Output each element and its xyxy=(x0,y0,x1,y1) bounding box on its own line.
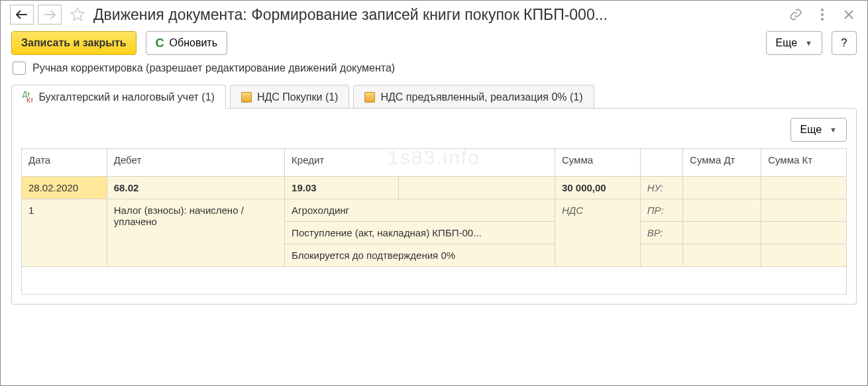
postings-table: Дата Дебет Кредит Сумма Сумма Дт Сумма К… xyxy=(21,148,847,295)
tab-vat-purchases-label: НДС Покупки (1) xyxy=(257,91,339,103)
tab-vat-presented[interactable]: НДС предъявленный, реализация 0% (1) xyxy=(353,85,594,109)
dtkt-icon: ДтКт xyxy=(23,91,33,103)
tab-accounting-label: Бухгалтерский и налоговый учет (1) xyxy=(38,91,214,103)
kebab-menu-icon[interactable] xyxy=(816,8,829,21)
cell-sum-kt xyxy=(761,177,847,199)
more-button[interactable]: Еще ▼ xyxy=(766,31,822,55)
cell-credit2 xyxy=(398,177,555,199)
table-header-row: Дата Дебет Кредит Сумма Сумма Дт Сумма К… xyxy=(22,149,847,177)
cell-sum-kt xyxy=(761,244,847,267)
table-row[interactable]: 28.02.2020 68.02 19.03 30 000,00 НУ: xyxy=(22,177,847,199)
chevron-down-icon: ▼ xyxy=(830,126,837,134)
more-label: Еще xyxy=(776,37,798,49)
window-title: Движения документа: Формирование записей… xyxy=(93,6,785,24)
svg-point-2 xyxy=(821,18,824,21)
help-label: ? xyxy=(841,37,847,49)
book-icon xyxy=(364,92,375,103)
arrow-left-icon xyxy=(16,10,28,19)
cell-tag xyxy=(640,244,682,267)
titlebar-actions xyxy=(789,8,859,21)
panel-toolbar: Еще ▼ xyxy=(21,118,847,142)
arrow-right-icon xyxy=(44,10,56,19)
nav-back-button[interactable] xyxy=(10,5,34,24)
content-panel: 1s83.info Еще ▼ Дата Дебет Кредит Сумма xyxy=(11,108,857,305)
manual-edit-label: Ручная корректировка (разрешает редактир… xyxy=(32,62,395,74)
cell-credit: Блокируется до подтверждения 0% xyxy=(285,244,555,267)
close-icon[interactable] xyxy=(842,8,855,21)
col-credit[interactable]: Кредит xyxy=(285,149,555,177)
save-and-close-button[interactable]: Записать и закрыть xyxy=(11,31,136,55)
cell-sum-kt xyxy=(761,199,847,222)
cell-num: 1 xyxy=(22,199,107,267)
book-icon xyxy=(241,92,252,103)
cell-credit: 19.03 xyxy=(285,177,399,199)
cell-sum: НДС xyxy=(555,199,640,267)
help-button[interactable]: ? xyxy=(832,31,857,55)
toolbar: Записать и закрыть C Обновить Еще ▼ ? xyxy=(1,31,867,62)
refresh-label: Обновить xyxy=(170,37,217,49)
manual-edit-checkbox[interactable] xyxy=(13,62,26,75)
cell-credit: Поступление (акт, накладная) КПБП-00... xyxy=(285,222,555,244)
cell-date: 28.02.2020 xyxy=(22,177,107,199)
tab-vat-purchases[interactable]: НДС Покупки (1) xyxy=(230,85,350,109)
cell-sum-dt xyxy=(683,199,761,222)
cell-debit: 68.02 xyxy=(107,177,284,199)
tab-accounting[interactable]: ДтКт Бухгалтерский и налоговый учет (1) xyxy=(11,85,226,109)
nav-forward-button[interactable] xyxy=(38,5,62,24)
col-sum-kt[interactable]: Сумма Кт xyxy=(761,149,847,177)
tabs: ДтКт Бухгалтерский и налоговый учет (1) … xyxy=(1,84,867,108)
table-row[interactable]: 1 Налог (взносы): начислено / уплачено А… xyxy=(22,199,847,222)
panel-more-button[interactable]: Еще ▼ xyxy=(790,118,847,142)
col-blank[interactable] xyxy=(640,149,682,177)
table-empty-row xyxy=(22,267,847,295)
manual-edit-row: Ручная корректировка (разрешает редактир… xyxy=(1,62,867,84)
chevron-down-icon: ▼ xyxy=(805,39,812,47)
tab-vat-presented-label: НДС предъявленный, реализация 0% (1) xyxy=(380,91,582,103)
col-sum-dt[interactable]: Сумма Дт xyxy=(683,149,761,177)
col-sum[interactable]: Сумма xyxy=(555,149,640,177)
cell-sum-dt xyxy=(683,222,761,244)
cell-sum-dt xyxy=(683,177,761,199)
cell-sum-kt xyxy=(761,222,847,244)
refresh-icon: C xyxy=(156,36,164,50)
refresh-button[interactable]: C Обновить xyxy=(146,31,227,55)
save-and-close-label: Записать и закрыть xyxy=(21,37,127,49)
cell-sum-dt xyxy=(683,244,761,267)
link-icon[interactable] xyxy=(789,8,802,21)
cell-tag: ВР: xyxy=(640,222,682,244)
svg-point-0 xyxy=(821,9,824,11)
svg-point-1 xyxy=(821,13,824,16)
cell-tag: НУ: xyxy=(640,177,682,199)
cell-debit-desc: Налог (взносы): начислено / уплачено xyxy=(107,199,284,267)
cell-credit: Агрохолдинг xyxy=(285,199,555,222)
col-debit[interactable]: Дебет xyxy=(107,149,284,177)
panel-more-label: Еще xyxy=(800,124,822,136)
col-date[interactable]: Дата xyxy=(22,149,107,177)
cell-sum: 30 000,00 xyxy=(555,177,640,199)
cell-tag: ПР: xyxy=(640,199,682,222)
favorite-star-icon[interactable] xyxy=(68,5,87,24)
titlebar: Движения документа: Формирование записей… xyxy=(1,1,867,31)
